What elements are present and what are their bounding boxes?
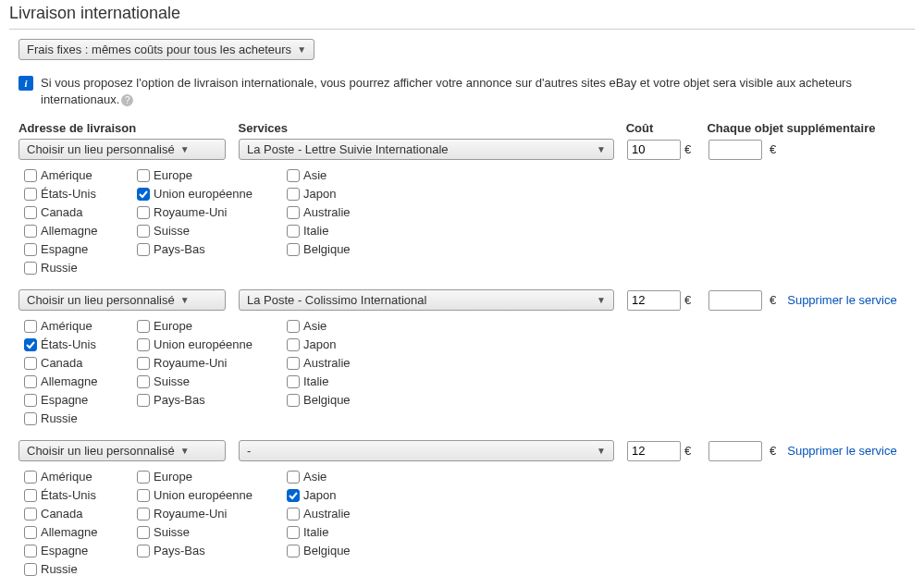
country-label: Suisse [154, 374, 190, 390]
country-checkbox[interactable] [287, 526, 300, 539]
country-checkbox[interactable] [24, 489, 37, 502]
location-select[interactable]: Choisir un lieu personnalisé▼ [18, 289, 226, 311]
country-label: Japon [303, 487, 336, 504]
country-checkbox[interactable] [287, 375, 300, 388]
country-label: Belgique [303, 543, 351, 559]
country-label: Espagne [41, 392, 88, 409]
service-select-label: La Poste - Lettre Suivie Internationale [247, 142, 591, 156]
cost-input[interactable] [627, 290, 681, 311]
country-label: Japon [303, 337, 336, 353]
country-checkbox[interactable] [24, 412, 37, 425]
country-checkbox[interactable] [24, 508, 37, 521]
extra-cost-input[interactable] [708, 441, 762, 461]
extra-cost-input[interactable] [708, 140, 762, 160]
service-select[interactable]: -▼ [239, 440, 614, 461]
country-checkbox[interactable] [287, 225, 300, 238]
country-checkbox[interactable] [287, 357, 300, 370]
help-icon[interactable]: ? [121, 94, 133, 106]
country-label: Royaume-Uni [154, 506, 227, 522]
country-checkbox[interactable] [137, 489, 150, 502]
country-checkbox[interactable] [137, 545, 150, 557]
header-location: Adresse de livraison [18, 121, 239, 135]
service-select[interactable]: La Poste - Lettre Suivie Internationale▼ [239, 139, 614, 160]
country-checkbox[interactable] [24, 188, 37, 201]
country-checkbox[interactable] [137, 188, 150, 201]
country-checkbox[interactable] [137, 206, 150, 219]
country-checkbox[interactable] [24, 394, 37, 407]
country-checkbox[interactable] [137, 357, 150, 370]
cost-type-dropdown[interactable]: Frais fixes : mêmes coûts pour tous les … [18, 39, 314, 60]
country-checkbox[interactable] [24, 338, 37, 351]
country-label: Union européenne [154, 337, 253, 353]
country-checkbox[interactable] [287, 320, 300, 333]
location-select-label: Choisir un lieu personnalisé [27, 142, 175, 156]
country-label: Italie [303, 223, 328, 239]
cost-input[interactable] [627, 441, 681, 461]
country-checkbox[interactable] [24, 262, 37, 275]
extra-cost-input[interactable] [708, 290, 762, 311]
country-checkbox[interactable] [24, 225, 37, 238]
country-checkbox[interactable] [137, 338, 150, 351]
country-checkbox[interactable] [287, 169, 300, 182]
location-select[interactable]: Choisir un lieu personnalisé▼ [18, 139, 226, 160]
remove-service-link[interactable]: Supprimer le service [787, 444, 897, 458]
country-checkbox[interactable] [137, 508, 150, 521]
country-checkbox[interactable] [24, 243, 37, 256]
currency-label: € [684, 293, 691, 307]
country-label: Amérique [41, 469, 92, 485]
country-label: Japon [303, 186, 336, 202]
country-checkbox[interactable] [137, 471, 150, 484]
country-checkbox[interactable] [287, 394, 300, 407]
country-checkbox[interactable] [287, 508, 300, 521]
country-checkbox[interactable] [24, 357, 37, 370]
country-label: Pays-Bas [154, 543, 205, 559]
country-checkbox[interactable] [137, 320, 150, 333]
remove-service-link[interactable]: Supprimer le service [787, 293, 897, 307]
service-select[interactable]: La Poste - Colissimo International▼ [239, 289, 614, 311]
country-checkbox[interactable] [287, 471, 300, 484]
country-label: Amérique [41, 318, 92, 335]
country-checkbox[interactable] [24, 320, 37, 333]
country-label: Espagne [41, 241, 88, 258]
country-label: Suisse [154, 223, 190, 239]
chevron-down-icon: ▼ [597, 295, 606, 305]
country-checkbox[interactable] [287, 545, 300, 557]
country-checkbox[interactable] [287, 243, 300, 256]
country-label: Allemagne [41, 223, 97, 239]
country-label: États-Unis [41, 186, 96, 202]
country-checkbox[interactable] [24, 471, 37, 484]
country-label: Belgique [303, 241, 351, 258]
country-checkbox[interactable] [287, 338, 300, 351]
country-checkbox[interactable] [287, 206, 300, 219]
country-checkbox[interactable] [24, 169, 37, 182]
country-checkbox[interactable] [24, 206, 37, 219]
country-checkbox[interactable] [24, 375, 37, 388]
country-checkbox[interactable] [287, 188, 300, 201]
currency-label: € [770, 293, 776, 307]
country-checkbox[interactable] [137, 243, 150, 256]
chevron-down-icon: ▼ [180, 295, 190, 305]
service-select-label: La Poste - Colissimo International [247, 293, 591, 307]
country-label: Espagne [41, 543, 88, 559]
country-label: Europe [154, 167, 192, 184]
country-label: Royaume-Uni [154, 355, 227, 372]
country-checkbox[interactable] [137, 169, 150, 182]
cost-input[interactable] [627, 140, 681, 160]
country-checkbox[interactable] [137, 375, 150, 388]
country-label: Australie [303, 204, 351, 221]
country-label: Canada [41, 204, 83, 221]
country-checkbox[interactable] [24, 563, 37, 576]
location-select[interactable]: Choisir un lieu personnalisé▼ [18, 440, 226, 461]
country-label: Australie [303, 355, 351, 372]
country-checkbox[interactable] [287, 489, 300, 502]
country-checkbox[interactable] [24, 526, 37, 539]
country-checkbox[interactable] [137, 394, 150, 407]
currency-label: € [770, 142, 776, 156]
country-checkbox[interactable] [24, 545, 37, 557]
country-label: Suisse [154, 524, 190, 541]
country-checkbox[interactable] [137, 225, 150, 238]
cost-type-dropdown-label: Frais fixes : mêmes coûts pour tous les … [27, 43, 291, 56]
country-label: Pays-Bas [154, 241, 205, 258]
country-checkbox[interactable] [137, 526, 150, 539]
section-title: Livraison internationale [0, 0, 924, 29]
